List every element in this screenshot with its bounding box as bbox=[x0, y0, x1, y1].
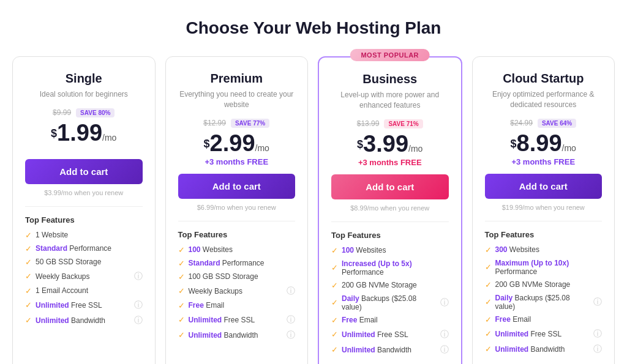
page-title: Choose Your Web Hosting Plan bbox=[12, 18, 615, 38]
feature-item: ✓ Unlimited Bandwidth ⓘ bbox=[331, 344, 449, 355]
check-icon: ✓ bbox=[485, 245, 492, 254]
feature-item: ✓ Standard Performance bbox=[25, 244, 143, 253]
top-features-title-single: Top Features bbox=[25, 215, 143, 225]
plan-name-single: Single bbox=[25, 72, 143, 86]
feature-item: ✓ Daily Backups ($25.08 value) ⓘ bbox=[331, 294, 449, 311]
renew-note-single: $3.99/mo when you renew bbox=[25, 189, 143, 196]
plan-card-single: SingleIdeal solution for beginners $9.99… bbox=[12, 56, 156, 364]
feature-list-single: ✓ 1 Website ✓ Standard Performance ✓ 50 … bbox=[25, 231, 143, 326]
feature-list-premium: ✓ 100 Websites ✓ Standard Performance ✓ … bbox=[178, 245, 296, 341]
feature-text: Unlimited Free SSL bbox=[342, 330, 437, 339]
check-icon: ✓ bbox=[331, 281, 338, 290]
price-row-business: $13.99 SAVE 71% bbox=[331, 119, 449, 128]
feature-text: Unlimited Free SSL bbox=[189, 316, 283, 324]
check-icon: ✓ bbox=[485, 315, 492, 324]
feature-item: ✓ Increased (Up to 5x) Performance bbox=[331, 259, 449, 277]
check-icon: ✓ bbox=[485, 280, 492, 289]
feature-text: 100 GB SSD Storage bbox=[189, 272, 296, 281]
plan-desc-cloud-startup: Enjoy optimized performance & dedicated … bbox=[485, 89, 603, 110]
check-icon: ✓ bbox=[178, 259, 185, 268]
check-icon: ✓ bbox=[178, 272, 185, 281]
check-icon: ✓ bbox=[485, 262, 492, 272]
top-features-title-cloud-startup: Top Features bbox=[485, 230, 603, 239]
feature-text: 200 GB NVMe Storage bbox=[495, 280, 603, 289]
feature-item: ✓ 100 Websites bbox=[331, 246, 449, 255]
info-icon[interactable]: ⓘ bbox=[440, 329, 449, 340]
plan-card-premium: PremiumEverything you need to create you… bbox=[165, 56, 309, 364]
feature-text: Maximum (Up to 10x) Performance bbox=[495, 259, 603, 276]
info-icon[interactable]: ⓘ bbox=[440, 297, 449, 308]
most-popular-badge: MOST POPULAR bbox=[350, 49, 430, 61]
add-to-cart-btn-cloud-startup[interactable]: Add to cart bbox=[485, 174, 603, 199]
feature-text: Unlimited Free SSL bbox=[495, 330, 590, 338]
feature-item: ✓ Unlimited Free SSL ⓘ bbox=[331, 329, 449, 340]
divider-business bbox=[331, 221, 449, 222]
plan-desc-business: Level-up with more power and enhanced fe… bbox=[331, 90, 449, 111]
price-row-premium: $12.99 SAVE 77% bbox=[178, 119, 296, 128]
info-icon[interactable]: ⓘ bbox=[287, 314, 295, 325]
check-icon: ✓ bbox=[485, 297, 492, 306]
feature-item: ✓ 200 GB NVMe Storage bbox=[485, 280, 603, 289]
price-row-single: $9.99 SAVE 80% bbox=[25, 108, 143, 117]
feature-list-cloud-startup: ✓ 300 Websites ✓ Maximum (Up to 10x) Per… bbox=[485, 245, 603, 355]
feature-item: ✓ Maximum (Up to 10x) Performance bbox=[485, 259, 603, 276]
add-to-cart-btn-business[interactable]: Add to cart bbox=[331, 174, 449, 199]
feature-text: 1 Website bbox=[36, 231, 143, 239]
add-to-cart-btn-premium[interactable]: Add to cart bbox=[178, 174, 296, 199]
feature-text: Standard Performance bbox=[189, 259, 296, 267]
feature-text: Weekly Backups bbox=[189, 287, 283, 295]
plan-desc-premium: Everything you need to create your websi… bbox=[178, 89, 296, 110]
add-to-cart-btn-single[interactable]: Add to cart bbox=[25, 159, 143, 184]
check-icon: ✓ bbox=[25, 258, 32, 267]
check-icon: ✓ bbox=[178, 286, 185, 295]
info-icon[interactable]: ⓘ bbox=[593, 297, 602, 308]
feature-item: ✓ Unlimited Free SSL ⓘ bbox=[485, 329, 603, 340]
info-icon[interactable]: ⓘ bbox=[134, 315, 143, 326]
check-icon: ✓ bbox=[178, 245, 185, 254]
feature-item: ✓ 200 GB NVMe Storage bbox=[331, 281, 449, 290]
check-icon: ✓ bbox=[178, 315, 185, 324]
feature-item: ✓ Unlimited Free SSL ⓘ bbox=[178, 314, 296, 325]
check-icon: ✓ bbox=[331, 345, 338, 354]
main-price-business: $3.99/mo bbox=[331, 132, 449, 155]
info-icon[interactable]: ⓘ bbox=[287, 330, 295, 341]
info-icon[interactable]: ⓘ bbox=[287, 286, 295, 297]
feature-item: ✓ Free Email bbox=[485, 315, 603, 324]
feature-text: Unlimited Bandwidth bbox=[189, 331, 283, 340]
top-features-title-premium: Top Features bbox=[178, 230, 296, 239]
free-months-premium: +3 months FREE bbox=[178, 157, 296, 166]
top-features-title-business: Top Features bbox=[331, 231, 449, 240]
feature-text: Daily Backups ($25.08 value) bbox=[342, 294, 437, 311]
check-icon: ✓ bbox=[25, 286, 32, 295]
plan-card-cloud-startup: Cloud StartupEnjoy optimized performance… bbox=[472, 56, 615, 364]
info-icon[interactable]: ⓘ bbox=[134, 271, 143, 282]
feature-text: Unlimited Free SSL bbox=[36, 301, 130, 310]
feature-item: ✓ Unlimited Bandwidth ⓘ bbox=[25, 315, 143, 326]
feature-text: Unlimited Bandwidth bbox=[342, 346, 437, 354]
check-icon: ✓ bbox=[25, 231, 32, 240]
original-price-cloud-startup: $24.99 bbox=[510, 119, 533, 127]
check-icon: ✓ bbox=[331, 298, 338, 307]
feature-item: ✓ 100 GB SSD Storage bbox=[178, 272, 296, 281]
plan-card-business: MOST POPULARBusinessLevel-up with more p… bbox=[318, 56, 462, 364]
feature-text: Free Email bbox=[189, 301, 296, 310]
feature-text: 200 GB NVMe Storage bbox=[342, 281, 449, 289]
feature-text: 1 Email Account bbox=[36, 286, 143, 295]
check-icon: ✓ bbox=[25, 300, 32, 310]
feature-item: ✓ Weekly Backups ⓘ bbox=[178, 286, 296, 297]
feature-text: 50 GB SSD Storage bbox=[36, 258, 143, 266]
feature-item: ✓ Unlimited Bandwidth ⓘ bbox=[178, 330, 296, 341]
info-icon[interactable]: ⓘ bbox=[593, 344, 602, 355]
info-icon[interactable]: ⓘ bbox=[593, 329, 602, 340]
info-icon[interactable]: ⓘ bbox=[134, 300, 143, 311]
feature-text: Unlimited Bandwidth bbox=[495, 345, 590, 354]
feature-text: Free Email bbox=[495, 315, 603, 324]
feature-item: ✓ Free Email bbox=[178, 301, 296, 310]
feature-list-business: ✓ 100 Websites ✓ Increased (Up to 5x) Pe… bbox=[331, 246, 449, 355]
check-icon: ✓ bbox=[25, 272, 32, 281]
feature-item: ✓ 1 Email Account bbox=[25, 286, 143, 295]
check-icon: ✓ bbox=[485, 344, 492, 354]
feature-text: 100 Websites bbox=[342, 246, 449, 254]
divider-single bbox=[25, 206, 143, 207]
info-icon[interactable]: ⓘ bbox=[440, 344, 449, 355]
